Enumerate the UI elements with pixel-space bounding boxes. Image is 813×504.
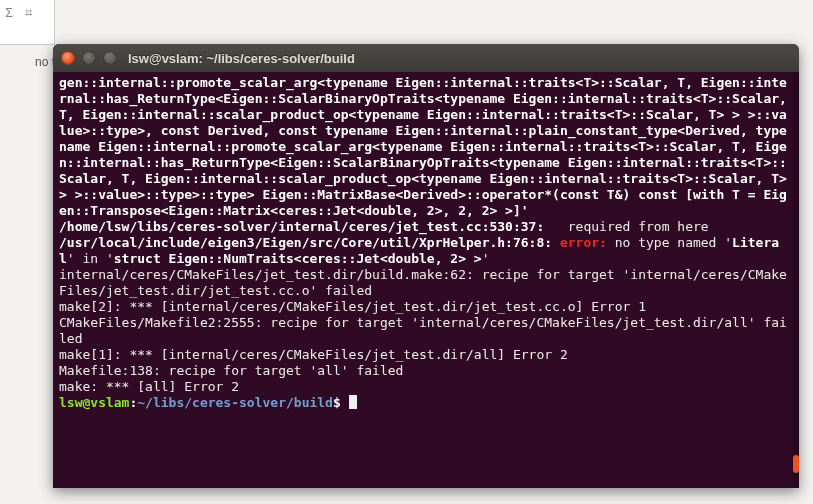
background-toolbar: Σ ⌗ xyxy=(0,0,55,45)
terminal-body[interactable]: gen::internal::promote_scalar_arg<typena… xyxy=(53,72,799,488)
error-msg-pre: no type named ' xyxy=(615,235,732,250)
compiler-source-loc: /home/lsw/libs/ceres-solver/internal/cer… xyxy=(59,219,544,234)
prompt-user: lsw@vslam xyxy=(59,395,129,410)
close-icon[interactable] xyxy=(61,51,75,65)
window-titlebar[interactable]: lsw@vslam: ~/libs/ceres-solver/build xyxy=(53,44,799,72)
prompt-path: ~/libs/ceres-solver/build xyxy=(137,395,333,410)
minimize-icon[interactable] xyxy=(82,51,96,65)
struct-name: struct Eigen::NumTraits<ceres::Jet<doubl… xyxy=(114,251,482,266)
window-title: lsw@vslam: ~/libs/ceres-solver/build xyxy=(128,51,355,66)
error-msg-end: ' xyxy=(482,251,490,266)
eigen-header-loc: /usr/local/include/eigen3/Eigen/src/Core… xyxy=(59,235,560,250)
toolbar-symbols: Σ ⌗ xyxy=(5,5,36,21)
prompt-dollar: $ xyxy=(333,395,349,410)
make2-error: make[2]: *** [internal/ceres/CMakeFiles/… xyxy=(59,299,646,314)
make-recipe-1: internal/ceres/CMakeFiles/jet_test.dir/b… xyxy=(59,267,787,298)
compiler-template-line: gen::internal::promote_scalar_arg<typena… xyxy=(59,75,795,218)
error-msg-mid: ' in ' xyxy=(67,251,114,266)
terminal-window: lsw@vslam: ~/libs/ceres-solver/build gen… xyxy=(53,44,799,488)
make1-error: make[1]: *** [internal/ceres/CMakeFiles/… xyxy=(59,347,568,362)
required-from-here: required from here xyxy=(544,219,708,234)
make-error: make: *** [all] Error 2 xyxy=(59,379,239,394)
scrollbar-track[interactable] xyxy=(793,72,799,488)
error-label: error: xyxy=(560,235,615,250)
make-recipe-3: Makefile:138: recipe for target 'all' fa… xyxy=(59,363,403,378)
cursor xyxy=(349,395,357,409)
make-recipe-2: CMakeFiles/Makefile2:2555: recipe for ta… xyxy=(59,315,787,346)
maximize-icon[interactable] xyxy=(103,51,117,65)
scrollbar-thumb[interactable] xyxy=(793,455,799,473)
